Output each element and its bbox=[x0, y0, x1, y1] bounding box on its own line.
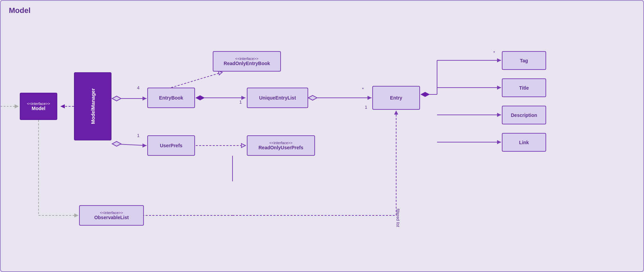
unique-entry-list-box: UniqueEntryList bbox=[247, 88, 308, 108]
svg-marker-24 bbox=[497, 86, 501, 90]
svg-marker-22 bbox=[497, 58, 501, 62]
model-manager-name: ModelManager bbox=[90, 88, 96, 124]
label-star-entry: * bbox=[362, 87, 364, 92]
title-name: Title bbox=[519, 85, 529, 91]
user-prefs-name: UserPrefs bbox=[160, 143, 182, 148]
diagram-container: Model bbox=[0, 0, 644, 272]
link-name: Link bbox=[519, 140, 529, 145]
svg-marker-3 bbox=[112, 96, 121, 101]
label-star-tag: * bbox=[493, 50, 495, 55]
unique-entry-list-name: UniqueEntryList bbox=[259, 95, 296, 101]
model-interface-name: Model bbox=[32, 106, 45, 111]
svg-marker-17 bbox=[241, 143, 245, 148]
readonly-entrybook-stereotype: <<interface>> bbox=[235, 57, 258, 61]
svg-marker-15 bbox=[368, 96, 372, 100]
description-name: Description bbox=[511, 112, 537, 118]
readonly-entrybook-name: ReadOnlyEntryBook bbox=[224, 61, 270, 66]
title-box: Title bbox=[502, 78, 546, 97]
link-box: Link bbox=[502, 133, 546, 152]
label-4: 4 bbox=[137, 85, 139, 90]
svg-line-8 bbox=[171, 72, 222, 88]
label-1-entry: 1 bbox=[365, 105, 367, 110]
svg-marker-6 bbox=[112, 141, 121, 146]
readonly-entrybook-box: <<interface>> ReadOnlyEntryBook bbox=[213, 51, 281, 72]
svg-marker-7 bbox=[143, 143, 147, 148]
user-prefs-box: UserPrefs bbox=[147, 135, 195, 156]
diagram-title: Model bbox=[9, 6, 31, 15]
observable-list-stereotype: <<interface>> bbox=[100, 211, 123, 215]
readonly-userprefs-box: <<interface>> ReadOnlyUserPrefs bbox=[247, 135, 315, 156]
svg-marker-11 bbox=[196, 95, 205, 100]
model-manager-box: ModelManager bbox=[74, 72, 111, 140]
label-1-uniqueentrylist: 1 bbox=[239, 100, 242, 105]
entry-book-box: EntryBook bbox=[147, 88, 195, 108]
tag-name: Tag bbox=[520, 58, 528, 63]
svg-marker-36 bbox=[394, 110, 398, 115]
svg-marker-26 bbox=[497, 113, 501, 117]
tag-box: Tag bbox=[502, 51, 546, 70]
entry-box: Entry bbox=[372, 86, 420, 110]
svg-marker-4 bbox=[143, 96, 147, 101]
svg-marker-12 bbox=[241, 96, 245, 100]
svg-marker-21 bbox=[421, 92, 430, 97]
svg-marker-14 bbox=[308, 95, 317, 100]
model-interface-stereotype: <<interface>> bbox=[27, 102, 50, 106]
observable-list-box: <<interface>> ObservableList bbox=[79, 205, 144, 226]
model-interface-box: <<interface>> Model bbox=[20, 93, 57, 120]
label-1-userprefs: 1 bbox=[137, 133, 139, 138]
svg-marker-31 bbox=[74, 213, 78, 217]
entry-book-name: EntryBook bbox=[159, 95, 183, 101]
svg-marker-28 bbox=[497, 140, 501, 144]
readonly-userprefs-stereotype: <<interface>> bbox=[269, 141, 293, 145]
observable-list-name: ObservableList bbox=[94, 215, 129, 220]
svg-marker-38 bbox=[15, 104, 19, 108]
entry-name: Entry bbox=[390, 95, 402, 101]
readonly-userprefs-name: ReadOnlyUserPrefs bbox=[258, 145, 303, 150]
filtered-list-label: filtered list bbox=[395, 209, 400, 227]
description-box: Description bbox=[502, 106, 546, 124]
svg-line-5 bbox=[112, 144, 147, 146]
svg-marker-1 bbox=[60, 104, 65, 108]
